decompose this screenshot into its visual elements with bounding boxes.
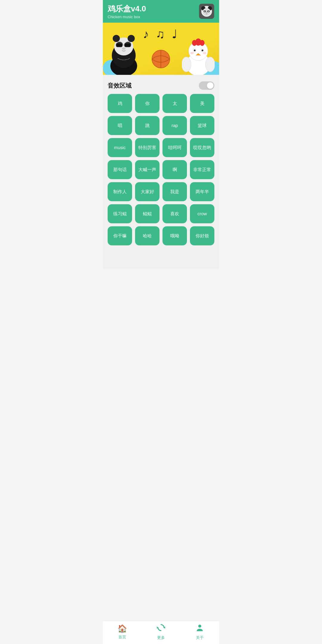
app-title: 鸡乐盒v4.0 [108,4,146,14]
toggle-knob [207,82,213,89]
svg-point-34 [203,52,206,54]
sound-button-26[interactable]: 哦呦 [162,226,187,245]
sound-button-25[interactable]: 哈哈 [135,226,160,245]
sound-button-10[interactable]: 哇呵呵 [162,138,187,157]
sound-button-1[interactable]: 你 [135,94,160,113]
sound-button-20[interactable]: 练习鲲 [108,204,132,223]
sound-button-0[interactable]: 鸡 [108,94,132,113]
sound-button-4[interactable]: 唱 [108,116,132,135]
sound-button-grid: 鸡你太美唱跳rap篮球music特别厉害哇呵呵哎哎忽哟那句话大喊一声啊非常正常制… [108,94,214,245]
svg-point-6 [204,11,205,12]
sound-button-23[interactable]: crow [190,204,214,223]
svg-point-26 [192,40,197,46]
svg-point-30 [194,49,196,51]
sound-button-22[interactable]: 喜欢 [162,204,187,223]
avatar[interactable] [199,4,214,19]
sound-toggle[interactable] [199,81,214,90]
banner: ♪ ♫ ♩ [103,23,219,75]
app-subtitle: Chicken music box [108,15,146,19]
sound-button-16[interactable]: 制作人 [108,182,132,201]
sound-button-18[interactable]: 我是 [162,182,187,201]
basketball [151,49,171,69]
sound-button-3[interactable]: 美 [190,94,214,113]
main-content: 音效区域 鸡你太美唱跳rap篮球music特别厉害哇呵呵哎哎忽哟那句话大喊一声啊… [103,75,219,269]
header-titles: 鸡乐盒v4.0 Chicken music box [108,4,146,19]
svg-point-7 [208,11,209,12]
chicken-character [182,38,215,73]
svg-point-31 [202,49,203,51]
svg-point-12 [113,35,120,42]
sound-button-14[interactable]: 啊 [162,160,187,179]
panda-character [106,30,148,75]
sound-button-2[interactable]: 太 [162,94,187,113]
sound-button-7[interactable]: 篮球 [190,116,214,135]
svg-point-36 [205,57,215,72]
section-header: 音效区域 [108,78,214,90]
sound-button-9[interactable]: 特别厉害 [135,138,160,157]
sound-button-19[interactable]: 两年半 [190,182,214,201]
avatar-image [199,4,214,19]
sound-button-6[interactable]: rap [162,116,187,135]
svg-point-19 [122,47,126,50]
app-header: 鸡乐盒v4.0 Chicken music box [103,0,219,23]
sound-button-21[interactable]: 鲲鲲 [135,204,160,223]
svg-point-13 [128,35,135,42]
section-title: 音效区域 [108,82,131,90]
sound-button-13[interactable]: 大喊一声 [135,160,160,179]
sound-button-15[interactable]: 非常正常 [190,160,214,179]
svg-rect-17 [124,43,131,47]
music-notes-decoration: ♪ ♫ ♩ [143,27,179,41]
svg-point-27 [200,40,205,46]
sound-button-5[interactable]: 跳 [135,116,160,135]
sound-button-24[interactable]: 你干嘛 [108,226,132,245]
svg-point-35 [182,57,191,72]
svg-rect-16 [116,43,123,47]
sound-button-8[interactable]: music [108,138,132,157]
svg-point-8 [206,12,208,14]
svg-point-33 [190,52,194,54]
sound-button-12[interactable]: 那句话 [108,160,132,179]
sound-button-17[interactable]: 大家好 [135,182,160,201]
sound-button-27[interactable]: 你好烦 [190,226,214,245]
sound-button-11[interactable]: 哎哎忽哟 [190,138,214,157]
